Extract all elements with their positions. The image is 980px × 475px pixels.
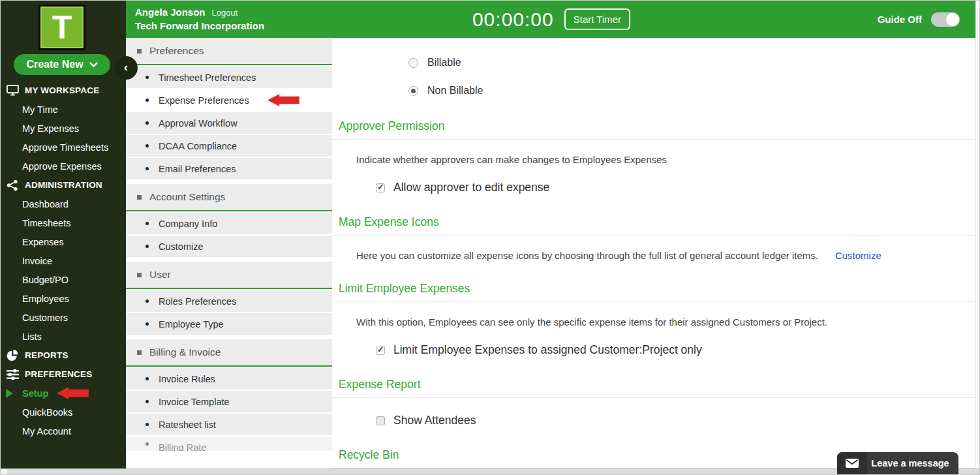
sidebar-item-my-account[interactable]: My Account	[1, 421, 126, 440]
sidebar-item-timesheets[interactable]: Timesheets	[1, 213, 126, 232]
timer-value: 00:00:00	[472, 8, 554, 31]
preferences-submenu: PreferencesTimesheet PreferencesExpense …	[126, 38, 332, 470]
submenu-item-dcaa-compliance[interactable]: DCAA Compliance	[126, 135, 332, 157]
section-map-expense-icons: Map Expense IconsHere you can customize …	[332, 215, 977, 261]
square-bullet-icon	[137, 195, 142, 200]
sidebar-item-setup[interactable]: Setup	[1, 384, 126, 403]
sidebar-item-my-workspace[interactable]: MY WORKSPACE	[1, 81, 126, 100]
sidebar-nav: MY WORKSPACEMy TimeMy ExpensesApprove Ti…	[1, 81, 126, 440]
sidebar-item-employees[interactable]: Employees	[1, 289, 126, 308]
submenu-item-invoice-rules[interactable]: Invoice Rules	[126, 368, 332, 390]
chevron-left-icon: ‹	[124, 60, 128, 74]
sidebar-item-customers[interactable]: Customers	[1, 308, 126, 327]
sidebar-item-approve-timesheets[interactable]: Approve Timesheets	[1, 138, 126, 157]
radio-label: Non Billable	[427, 85, 483, 97]
guide-block: Guide Off	[878, 1, 960, 38]
toggle-knob	[946, 13, 959, 26]
sidebar-item-dashboard[interactable]: Dashboard	[1, 194, 126, 213]
user-name: Angela Jonson	[135, 7, 206, 18]
submenu-item-customize[interactable]: Customize	[126, 236, 332, 257]
main-content: BillableNon Billable Approver Permission…	[332, 38, 977, 470]
section-expense-report: Expense ReportShow Attendees	[332, 378, 977, 427]
submenu-section-user[interactable]: User	[126, 262, 332, 289]
envelope-icon	[837, 452, 867, 474]
dot-bullet-icon	[145, 167, 149, 170]
submenu-section-preferences[interactable]: Preferences	[126, 38, 332, 65]
sidebar-item-label: Setup	[22, 388, 48, 399]
dot-bullet-icon	[145, 121, 149, 125]
active-pointer-icon	[6, 389, 13, 398]
sidebar-item-my-expenses[interactable]: My Expenses	[1, 119, 126, 138]
dot-bullet-icon	[145, 400, 149, 403]
submenu-item-invoice-template[interactable]: Invoice Template	[126, 391, 332, 412]
section-heading: Approver Permission	[332, 119, 977, 140]
sidebar-item-label: PREFERENCES	[25, 369, 92, 379]
create-new-label: Create New	[26, 59, 83, 70]
radio-non-billable[interactable]	[408, 86, 418, 96]
sidebar-item-approve-expenses[interactable]: Approve Expenses	[1, 157, 126, 176]
checkbox-limit-employee-expenses-to-assigned-customer-project-only[interactable]	[376, 346, 385, 355]
dot-bullet-icon	[145, 76, 149, 79]
submenu-item-roles-preferences[interactable]: Roles Preferences	[126, 290, 332, 312]
sidebar-item-invoice[interactable]: Invoice	[1, 251, 126, 270]
sidebar-item-administration[interactable]: ADMINISTRATION	[1, 176, 126, 194]
sidebar-item-label: MY WORKSPACE	[25, 85, 99, 95]
submenu-item-company-info[interactable]: Company Info	[126, 213, 332, 234]
submenu-item-email-preferences[interactable]: Email Preferences	[126, 158, 332, 179]
submenu-item-billing-rate[interactable]: Billing Rate	[126, 437, 332, 451]
customize-link[interactable]: Customize	[835, 250, 881, 261]
section-description: With this option, Employees can see only…	[356, 316, 827, 328]
submenu-item-label: Timesheet Preferences	[159, 72, 256, 83]
submenu-section-title: Preferences	[149, 45, 204, 57]
checkbox-allow-approver-to-edit-expense[interactable]	[376, 183, 385, 192]
submenu-item-expense-preferences[interactable]: Expense Preferences	[126, 89, 332, 111]
vertical-scrollbar[interactable]	[975, 1, 979, 474]
collapse-submenu-button[interactable]: ‹	[114, 56, 138, 80]
dot-bullet-icon	[145, 299, 149, 303]
sidebar-item-preferences[interactable]: PREFERENCES	[1, 365, 126, 384]
submenu-section-billing-invoice[interactable]: Billing & Invoice	[126, 339, 332, 367]
radio-label: Billable	[427, 57, 461, 69]
square-bullet-icon	[137, 273, 142, 277]
pie-chart-icon	[6, 349, 19, 362]
section-description: Here you can customize all expense icons…	[356, 250, 818, 261]
monitor-icon	[6, 84, 19, 97]
sidebar-item-label: Employees	[22, 294, 69, 304]
company-name: Tech Forward Incorporation	[135, 19, 264, 33]
submenu-section-account-settings[interactable]: Account Settings	[126, 184, 332, 211]
user-block: Angela JonsonLogout Tech Forward Incorpo…	[135, 5, 264, 33]
submenu-item-approval-workflow[interactable]: Approval Workflow	[126, 112, 332, 134]
submenu-item-label: Approval Workflow	[159, 118, 237, 129]
section-limit-employee-expenses: Limit Employee ExpensesWith this option,…	[332, 282, 977, 357]
sidebar-item-reports[interactable]: REPORTS	[1, 346, 126, 365]
section-heading: Limit Employee Expenses	[332, 282, 977, 302]
dot-bullet-icon	[145, 222, 149, 225]
start-timer-button[interactable]: Start Timer	[564, 8, 630, 30]
guide-toggle[interactable]	[931, 12, 960, 27]
app-logo[interactable]: T	[38, 5, 85, 50]
sidebar-item-expenses[interactable]: Expenses	[1, 232, 126, 251]
sidebar-item-budget-po[interactable]: Budget/PO	[1, 270, 126, 289]
square-bullet-icon	[137, 49, 142, 54]
sidebar-item-quickbooks[interactable]: QuickBooks	[1, 403, 126, 421]
logout-link[interactable]: Logout	[212, 8, 238, 18]
submenu-item-ratesheet-list[interactable]: Ratesheet list	[126, 414, 332, 435]
radio-billable[interactable]	[408, 58, 418, 68]
submenu-section-title: Billing & Invoice	[149, 346, 221, 358]
submenu-item-label: Customize	[159, 241, 204, 252]
section-heading: Map Expense Icons	[332, 215, 977, 236]
submenu-item-employee-type[interactable]: Employee Type	[126, 313, 332, 335]
submenu-item-label: Invoice Template	[159, 397, 230, 407]
square-bullet-icon	[137, 350, 142, 355]
checkbox-row-show-attendees: Show Attendees	[376, 414, 977, 427]
submenu-item-timesheet-preferences[interactable]: Timesheet Preferences	[126, 67, 332, 88]
horizontal-scrollbar[interactable]	[1, 468, 979, 474]
sidebar-item-lists[interactable]: Lists	[1, 327, 126, 346]
sidebar-item-my-time[interactable]: My Time	[1, 100, 126, 119]
checkbox-show-attendees[interactable]	[376, 416, 385, 425]
chat-widget[interactable]: Leave a message	[837, 452, 958, 474]
top-header: Angela JonsonLogout Tech Forward Incorpo…	[126, 1, 977, 38]
section-description: Indicate whether approvers can make chan…	[356, 154, 667, 165]
dot-bullet-icon	[145, 99, 149, 102]
create-new-button[interactable]: Create New	[14, 54, 110, 75]
